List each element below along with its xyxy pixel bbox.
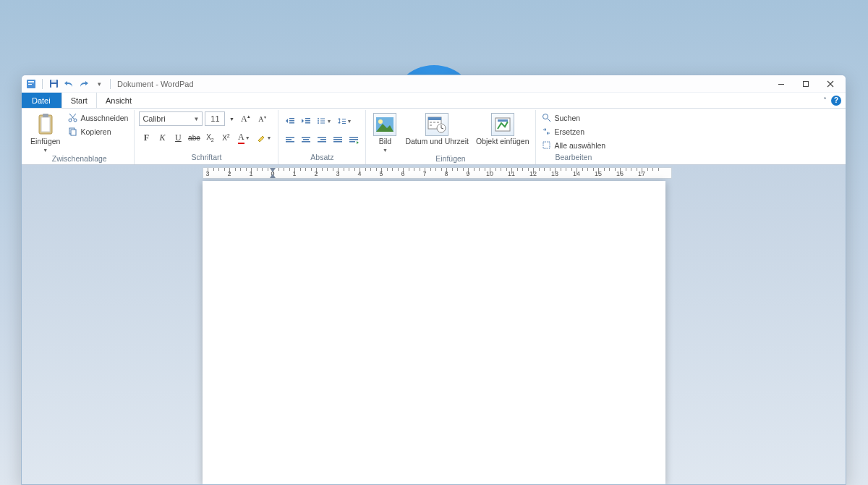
svg-rect-52 <box>433 122 435 123</box>
qat-customize-button[interactable]: ▾ <box>93 77 106 90</box>
redo-button[interactable] <box>77 77 90 90</box>
replace-button[interactable]: Ersetzen <box>540 125 608 138</box>
align-center-button[interactable] <box>299 132 313 147</box>
svg-rect-34 <box>286 141 294 143</box>
search-icon <box>542 113 552 123</box>
svg-rect-59 <box>543 142 550 148</box>
svg-rect-15 <box>71 130 76 135</box>
strikethrough-button[interactable]: abe <box>187 130 201 145</box>
italic-button[interactable]: K <box>155 130 169 145</box>
svg-rect-36 <box>303 139 309 140</box>
tab-file[interactable]: Datei <box>22 93 61 108</box>
svg-rect-10 <box>41 117 50 132</box>
paste-button[interactable]: Einfügen ▼ <box>29 111 61 154</box>
copy-button[interactable]: Kopieren <box>66 125 129 138</box>
separator <box>42 79 43 89</box>
scissors-icon <box>67 113 77 123</box>
maximize-button[interactable] <box>793 76 818 92</box>
svg-rect-11 <box>43 114 48 117</box>
svg-rect-57 <box>498 119 508 122</box>
svg-point-24 <box>318 122 319 124</box>
align-left-button[interactable] <box>283 132 297 147</box>
wordpad-window: ▾ Dokument - WordPad Datei Start Ansicht… <box>21 75 846 485</box>
highlighter-icon <box>257 133 265 142</box>
app-icon[interactable] <box>25 77 38 90</box>
font-size-combo[interactable]: 11 <box>205 111 225 126</box>
help-button[interactable]: ? <box>831 96 841 106</box>
svg-rect-45 <box>349 139 358 140</box>
save-button[interactable] <box>47 77 60 90</box>
find-button[interactable]: Suchen <box>540 111 608 124</box>
group-label: Bearbeiten <box>540 153 608 164</box>
svg-rect-39 <box>320 139 326 140</box>
group-label: Schriftart <box>139 153 273 164</box>
group-label: Zwischenablage <box>29 154 129 164</box>
highlight-button[interactable]: ▼ <box>255 130 273 145</box>
svg-rect-17 <box>289 120 294 122</box>
svg-rect-33 <box>286 139 292 140</box>
grow-font-button[interactable]: A▴ <box>238 111 252 126</box>
svg-rect-16 <box>289 118 294 119</box>
svg-point-58 <box>543 114 548 119</box>
minimize-button[interactable] <box>769 76 793 92</box>
object-icon <box>491 113 514 136</box>
group-paragraph: ▼ ▼ Absatz <box>278 110 366 164</box>
clipboard-icon <box>35 113 56 136</box>
close-button[interactable] <box>818 76 843 92</box>
picture-icon <box>373 113 396 136</box>
increase-indent-button[interactable] <box>299 114 313 128</box>
collapse-ribbon-button[interactable]: ˄ <box>823 96 827 104</box>
svg-rect-29 <box>342 119 346 119</box>
tab-view[interactable]: Ansicht <box>97 93 141 108</box>
copy-icon <box>67 127 77 137</box>
ribbon: Einfügen ▼ Ausschneiden Kopieren <box>22 109 846 165</box>
font-color-button[interactable]: A▼ <box>234 130 253 145</box>
insert-datetime-button[interactable]: Datum und Uhrzeit <box>404 111 470 148</box>
svg-rect-1 <box>28 81 34 82</box>
svg-point-23 <box>318 120 319 122</box>
subscript-button[interactable]: X2 <box>203 130 217 145</box>
svg-rect-27 <box>320 123 325 124</box>
align-justify-button[interactable] <box>331 132 345 147</box>
svg-rect-7 <box>778 84 784 85</box>
insert-object-button[interactable]: Objekt einfügen <box>475 111 531 148</box>
bullets-button[interactable]: ▼ <box>315 114 333 128</box>
line-spacing-button[interactable]: ▼ <box>335 114 354 128</box>
svg-rect-35 <box>302 137 310 138</box>
bold-button[interactable]: F <box>139 130 153 145</box>
font-size-dropdown[interactable]: ▼ <box>227 111 236 126</box>
align-right-button[interactable] <box>315 132 329 147</box>
group-clipboard: Einfügen ▼ Ausschneiden Kopieren <box>25 110 135 164</box>
calendar-clock-icon <box>425 113 448 136</box>
font-name-combo[interactable]: Calibri▼ <box>139 111 203 126</box>
underline-button[interactable]: U <box>171 130 185 145</box>
svg-rect-43 <box>333 141 342 143</box>
svg-rect-21 <box>305 122 310 124</box>
decrease-indent-button[interactable] <box>283 114 297 128</box>
svg-rect-6 <box>51 84 56 88</box>
svg-rect-44 <box>349 137 358 138</box>
svg-rect-30 <box>342 121 346 122</box>
svg-rect-38 <box>318 137 326 138</box>
svg-rect-26 <box>320 121 325 122</box>
svg-rect-41 <box>333 137 342 138</box>
svg-rect-25 <box>320 119 325 119</box>
horizontal-ruler[interactable]: 32101234567891011121314151617 <box>203 167 672 179</box>
svg-rect-51 <box>430 122 432 123</box>
undo-button[interactable] <box>62 77 75 90</box>
svg-rect-37 <box>302 141 310 143</box>
svg-rect-53 <box>437 122 439 123</box>
tab-home[interactable]: Start <box>61 93 97 108</box>
paragraph-dialog-button[interactable] <box>346 132 361 147</box>
select-all-button[interactable]: Alle auswählen <box>540 139 608 151</box>
page-canvas[interactable] <box>203 181 665 484</box>
svg-rect-20 <box>305 120 310 122</box>
group-insert: Bild ▼ Datum und Uhrzeit Objekt einfügen… <box>366 110 535 164</box>
shrink-font-button[interactable]: A▾ <box>255 111 269 126</box>
superscript-button[interactable]: X2 <box>218 130 233 145</box>
cut-button[interactable]: Ausschneiden <box>66 111 129 124</box>
svg-rect-50 <box>428 117 441 120</box>
svg-rect-18 <box>289 122 294 124</box>
insert-picture-button[interactable]: Bild ▼ <box>370 111 399 154</box>
titlebar: ▾ Dokument - WordPad <box>22 75 846 93</box>
